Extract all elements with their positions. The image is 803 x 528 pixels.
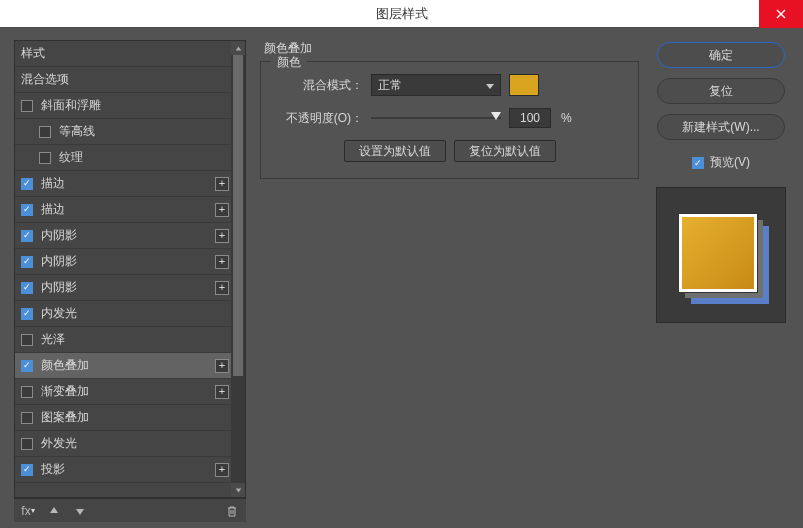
checkbox-icon[interactable] xyxy=(21,308,33,320)
style-item[interactable]: 内阴影 xyxy=(15,223,245,249)
add-effect-icon[interactable] xyxy=(215,177,229,191)
checkbox-icon[interactable] xyxy=(21,334,33,346)
style-item[interactable]: 内阴影 xyxy=(15,275,245,301)
style-item-label: 纹理 xyxy=(59,149,239,166)
checkbox-icon[interactable] xyxy=(21,204,33,216)
title-bar: 图层样式 xyxy=(0,0,803,28)
style-item[interactable]: 渐变叠加 xyxy=(15,379,245,405)
add-effect-icon[interactable] xyxy=(215,359,229,373)
checkbox-icon[interactable] xyxy=(21,412,33,424)
checkbox-icon[interactable] xyxy=(21,386,33,398)
right-panel: 确定 复位 新建样式(W)... 预览(V) xyxy=(653,40,789,522)
style-item[interactable]: 外发光 xyxy=(15,431,245,457)
color-swatch[interactable] xyxy=(509,74,539,96)
checkbox-icon[interactable] xyxy=(39,152,51,164)
preview-box xyxy=(656,187,786,323)
checkbox-icon xyxy=(692,157,704,169)
checkbox-icon[interactable] xyxy=(21,230,33,242)
move-up-icon[interactable] xyxy=(46,503,62,519)
scrollbar[interactable] xyxy=(231,41,245,497)
scroll-down-button[interactable] xyxy=(231,483,245,497)
add-effect-icon[interactable] xyxy=(215,281,229,295)
style-item[interactable]: 内发光 xyxy=(15,301,245,327)
style-item[interactable]: 描边 xyxy=(15,171,245,197)
style-item-label: 内阴影 xyxy=(41,227,215,244)
opacity-label: 不透明度(O)： xyxy=(277,110,363,127)
add-effect-icon[interactable] xyxy=(215,385,229,399)
style-item-label: 图案叠加 xyxy=(41,409,239,426)
style-item-label: 颜色叠加 xyxy=(41,357,215,374)
style-item[interactable]: 内阴影 xyxy=(15,249,245,275)
styles-toolbar: fx▾ xyxy=(14,498,246,522)
style-item[interactable]: 颜色叠加 xyxy=(15,353,245,379)
trash-icon[interactable] xyxy=(224,503,240,519)
checkbox-icon[interactable] xyxy=(21,178,33,190)
style-item-label: 内阴影 xyxy=(41,253,215,270)
style-item-label: 投影 xyxy=(41,461,215,478)
slider-thumb[interactable] xyxy=(491,112,501,120)
close-button[interactable] xyxy=(759,0,803,28)
style-item-label: 描边 xyxy=(41,201,215,218)
default-buttons-row: 设置为默认值 复位为默认值 xyxy=(277,140,622,162)
slider-line xyxy=(371,117,501,119)
preview-checkbox[interactable]: 预览(V) xyxy=(692,154,750,171)
styles-header-label: 样式 xyxy=(21,45,239,62)
blend-mode-row: 混合模式： 正常 xyxy=(277,74,622,96)
styles-header[interactable]: 样式 xyxy=(15,41,245,67)
style-item-label: 内阴影 xyxy=(41,279,215,296)
scroll-thumb[interactable] xyxy=(233,55,243,376)
checkbox-icon[interactable] xyxy=(21,282,33,294)
blending-options[interactable]: 混合选项 xyxy=(15,67,245,93)
list-body: 样式 混合选项 斜面和浮雕等高线纹理描边描边内阴影内阴影内阴影内发光光泽颜色叠加… xyxy=(15,41,245,497)
style-item-label: 渐变叠加 xyxy=(41,383,215,400)
style-item-label: 等高线 xyxy=(59,123,239,140)
style-item[interactable]: 等高线 xyxy=(15,119,245,145)
add-effect-icon[interactable] xyxy=(215,255,229,269)
fx-icon[interactable]: fx▾ xyxy=(20,503,36,519)
center-panel: 颜色叠加 颜色 混合模式： 正常 不透明度(O)： 100 % xyxy=(256,40,643,522)
color-fieldset: 颜色 混合模式： 正常 不透明度(O)： 100 % 设置为默认值 xyxy=(260,61,639,179)
move-down-icon[interactable] xyxy=(72,503,88,519)
make-default-button[interactable]: 设置为默认值 xyxy=(344,140,446,162)
style-item[interactable]: 光泽 xyxy=(15,327,245,353)
style-item[interactable]: 图案叠加 xyxy=(15,405,245,431)
cancel-button[interactable]: 复位 xyxy=(657,78,785,104)
scroll-track[interactable] xyxy=(231,55,245,483)
preview-layer-front xyxy=(679,214,757,292)
styles-list: 样式 混合选项 斜面和浮雕等高线纹理描边描边内阴影内阴影内阴影内发光光泽颜色叠加… xyxy=(14,40,246,498)
checkbox-icon[interactable] xyxy=(21,360,33,372)
main-area: 样式 混合选项 斜面和浮雕等高线纹理描边描边内阴影内阴影内阴影内发光光泽颜色叠加… xyxy=(0,28,803,528)
close-icon xyxy=(776,9,786,19)
style-item[interactable]: 投影 xyxy=(15,457,245,483)
checkbox-icon[interactable] xyxy=(21,256,33,268)
new-style-button[interactable]: 新建样式(W)... xyxy=(657,114,785,140)
style-item-label: 内发光 xyxy=(41,305,239,322)
fieldset-legend: 颜色 xyxy=(271,54,307,71)
style-item-label: 斜面和浮雕 xyxy=(41,97,239,114)
style-item-label: 外发光 xyxy=(41,435,239,452)
style-item-label: 光泽 xyxy=(41,331,239,348)
add-effect-icon[interactable] xyxy=(215,203,229,217)
reset-default-button[interactable]: 复位为默认值 xyxy=(454,140,556,162)
add-effect-icon[interactable] xyxy=(215,229,229,243)
blending-options-label: 混合选项 xyxy=(21,71,239,88)
scroll-up-button[interactable] xyxy=(231,41,245,55)
style-item[interactable]: 斜面和浮雕 xyxy=(15,93,245,119)
ok-button[interactable]: 确定 xyxy=(657,42,785,68)
preview-label: 预览(V) xyxy=(710,154,750,171)
style-item[interactable]: 描边 xyxy=(15,197,245,223)
checkbox-icon[interactable] xyxy=(39,126,51,138)
opacity-input[interactable]: 100 xyxy=(509,108,551,128)
opacity-slider[interactable] xyxy=(371,111,501,125)
style-item[interactable]: 纹理 xyxy=(15,145,245,171)
blend-mode-select[interactable]: 正常 xyxy=(371,74,501,96)
checkbox-icon[interactable] xyxy=(21,438,33,450)
add-effect-icon[interactable] xyxy=(215,463,229,477)
window-title: 图层样式 xyxy=(0,5,803,23)
left-panel: 样式 混合选项 斜面和浮雕等高线纹理描边描边内阴影内阴影内阴影内发光光泽颜色叠加… xyxy=(14,40,246,522)
chevron-down-icon xyxy=(486,78,494,92)
opacity-unit: % xyxy=(561,111,572,125)
blend-mode-value: 正常 xyxy=(378,77,402,94)
checkbox-icon[interactable] xyxy=(21,100,33,112)
checkbox-icon[interactable] xyxy=(21,464,33,476)
